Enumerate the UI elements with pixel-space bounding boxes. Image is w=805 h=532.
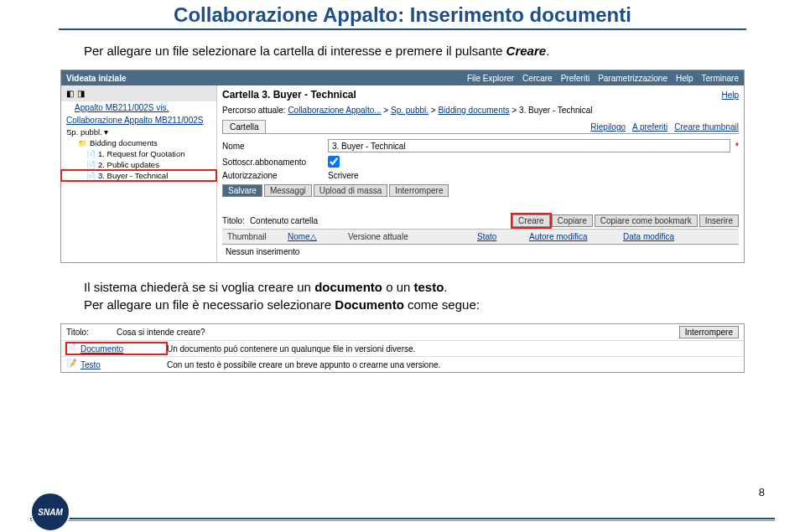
auth-value: Scrivere xyxy=(328,171,359,180)
tree-buyer-technical[interactable]: 3. Buyer - Technical xyxy=(61,170,216,181)
topbar-menu: File Explorer Cercare Preferiti Parametr… xyxy=(467,74,739,83)
col-thumbnail: Thumbnail xyxy=(222,231,281,242)
messages-button[interactable]: Messaggi xyxy=(264,184,312,197)
bc-current: 3. Buyer - Technical xyxy=(519,106,593,115)
form-nome: Nome * xyxy=(222,137,739,154)
save-button[interactable]: Salvare xyxy=(222,184,262,197)
menu-search[interactable]: Cercare xyxy=(522,74,553,83)
app-topbar: Videata iniziale File Explorer Cercare P… xyxy=(61,70,744,85)
s2-title-row: Titolo: Cosa si intende creare? Interrom… xyxy=(61,324,744,341)
table-header: Thumbnail Nome△ Versione attuale Stato A… xyxy=(222,230,739,245)
intro-post: . xyxy=(546,44,549,58)
col-stato[interactable]: Stato xyxy=(472,231,522,242)
content-right-links: Riepilogo A preferiti Creare thumbnail xyxy=(590,122,739,133)
folder-content-section: Titolo: Contenuto cartella Creare Copiar… xyxy=(222,213,739,259)
content-panel: Cartella 3. Buyer - Technical Help Perco… xyxy=(217,85,744,262)
help-link[interactable]: Help xyxy=(721,90,739,100)
title-value: Contenuto cartella xyxy=(250,216,318,225)
tabs-row: Cartella Riepilogo A preferiti Creare th… xyxy=(222,120,739,134)
page-title: Collaborazione Appalto: Inserimento docu… xyxy=(59,0,746,30)
table-empty-msg: Nessun inserimento xyxy=(222,245,739,259)
menu-file-explorer[interactable]: File Explorer xyxy=(467,74,514,83)
create-button[interactable]: Creare xyxy=(512,214,550,227)
sidebar-link-collab[interactable]: Collaborazione Appalto MB211/002S xyxy=(61,114,216,127)
mass-upload-button[interactable]: Upload di massa xyxy=(314,184,387,197)
footer-line-2 xyxy=(30,520,775,521)
tree-rfq[interactable]: 1. Request for Quotation xyxy=(61,148,216,159)
main-area: ◧ ◨ Appalto MB211/002S vis. Collaborazio… xyxy=(61,85,744,262)
instruction-1: Per allegare un file selezionare la cart… xyxy=(0,30,805,68)
menu-favorites[interactable]: Preferiti xyxy=(561,74,589,83)
s2-testo-row[interactable]: 📝 Testo Con un testo è possibile creare … xyxy=(61,357,744,372)
folder-icon xyxy=(78,138,87,147)
bc-sp[interactable]: Sp. pubbl. xyxy=(391,106,428,115)
s2-title-value: Cosa si intende creare? xyxy=(117,328,679,337)
form-auth: Autorizzazione Scrivere xyxy=(222,169,739,182)
copy-bookmark-button[interactable]: Copiare come bookmark xyxy=(595,214,698,227)
sidebar: ◧ ◨ Appalto MB211/002S vis. Collaborazio… xyxy=(61,85,217,262)
label-auth: Autorizzazione xyxy=(222,171,323,180)
content-title-row: Cartella 3. Buyer - Technical Help xyxy=(222,89,739,104)
sidebar-icon-1[interactable]: ◧ xyxy=(66,89,74,98)
form-sottoscr: Sottoscr.abbonamento xyxy=(222,154,739,169)
s2-documento-desc: Un documento può contenere un qualunque … xyxy=(167,344,739,354)
bc-label: Percorso attuale: xyxy=(222,106,286,115)
bc-collab[interactable]: Collaborazione Appalto... xyxy=(288,106,381,115)
footer-line-1 xyxy=(30,518,775,519)
instruction-2: Il sistema chiederà se si voglia creare … xyxy=(0,270,805,320)
intro-pre: Per allegare un file selezionare la cart… xyxy=(84,44,506,58)
link-thumbnail[interactable]: Creare thumbnail xyxy=(674,122,739,132)
bc-bidding[interactable]: Bidding documents xyxy=(438,106,509,115)
button-row: Salvare Messaggi Upload di massa Interro… xyxy=(222,182,739,199)
label-nome: Nome xyxy=(222,142,323,151)
text-icon: 📝 xyxy=(66,359,78,370)
sidebar-head: ◧ ◨ xyxy=(61,85,216,101)
title-label: Titolo: xyxy=(222,216,245,225)
link-preferiti[interactable]: A preferiti xyxy=(632,122,667,132)
insert-button[interactable]: Inserire xyxy=(699,214,739,227)
menu-params[interactable]: Parametrizzazione xyxy=(598,74,667,83)
s2-cancel-button[interactable]: Interrompere xyxy=(679,326,739,338)
required-icon: * xyxy=(735,142,739,151)
tree-public-updates[interactable]: 2. Public updates xyxy=(61,159,216,170)
col-autore[interactable]: Autore modifica xyxy=(524,231,616,242)
screenshot-app-1: Videata iniziale File Explorer Cercare P… xyxy=(60,70,745,263)
link-riepilogo[interactable]: Riepilogo xyxy=(590,122,626,132)
checkbox-sottoscr[interactable] xyxy=(328,156,340,168)
cancel-button[interactable]: Interrompere xyxy=(389,184,449,197)
document-icon: 📄 xyxy=(66,343,78,354)
col-data[interactable]: Data modifica xyxy=(618,231,702,242)
s2-testo-desc: Con un testo è possibile creare un breve… xyxy=(167,360,739,369)
page-number: 8 xyxy=(759,486,765,498)
col-nome[interactable]: Nome△ xyxy=(283,231,341,242)
doc-icon xyxy=(86,171,96,180)
s2-title-label: Titolo: xyxy=(66,328,89,337)
folder-content-title-row: Titolo: Contenuto cartella Creare Copiar… xyxy=(222,213,739,230)
col-blank xyxy=(437,231,470,242)
input-nome[interactable] xyxy=(328,139,730,152)
breadcrumb: Percorso attuale: Collaborazione Appalto… xyxy=(222,104,739,120)
tree-bidding-docs[interactable]: Bidding documents xyxy=(61,137,216,148)
footer xyxy=(0,518,805,522)
intro-keyword: Creare xyxy=(506,44,547,58)
tab-cartella[interactable]: Cartella xyxy=(222,120,266,133)
folder-actions: Creare Copiare Copiare come bookmark Ins… xyxy=(512,214,739,227)
copy-button[interactable]: Copiare xyxy=(552,214,593,227)
s2-testo-link[interactable]: Testo xyxy=(80,360,101,369)
screenshot-app-2: Titolo: Cosa si intende creare? Interrom… xyxy=(60,323,745,373)
s2-documento-link[interactable]: Documento xyxy=(80,344,123,354)
topbar-home[interactable]: Videata iniziale xyxy=(66,74,467,83)
sidebar-sp-pubbl[interactable]: Sp. pubbl. ▾ xyxy=(61,127,216,137)
label-sottoscr: Sottoscr.abbonamento xyxy=(222,158,323,167)
sidebar-icon-2[interactable]: ◨ xyxy=(77,89,85,98)
snam-logo: SNAM xyxy=(30,492,70,532)
content-title: Cartella 3. Buyer - Technical xyxy=(222,89,356,101)
doc-icon xyxy=(86,149,96,158)
doc-icon xyxy=(86,160,96,169)
menu-exit[interactable]: Terminare xyxy=(702,74,739,83)
s2-documento-row[interactable]: 📄 Documento Un documento può contenere u… xyxy=(61,341,744,357)
menu-help[interactable]: Help xyxy=(676,74,693,83)
sidebar-link-appalto[interactable]: Appalto MB211/002S vis. xyxy=(61,101,216,114)
col-version: Versione attuale xyxy=(343,231,435,242)
